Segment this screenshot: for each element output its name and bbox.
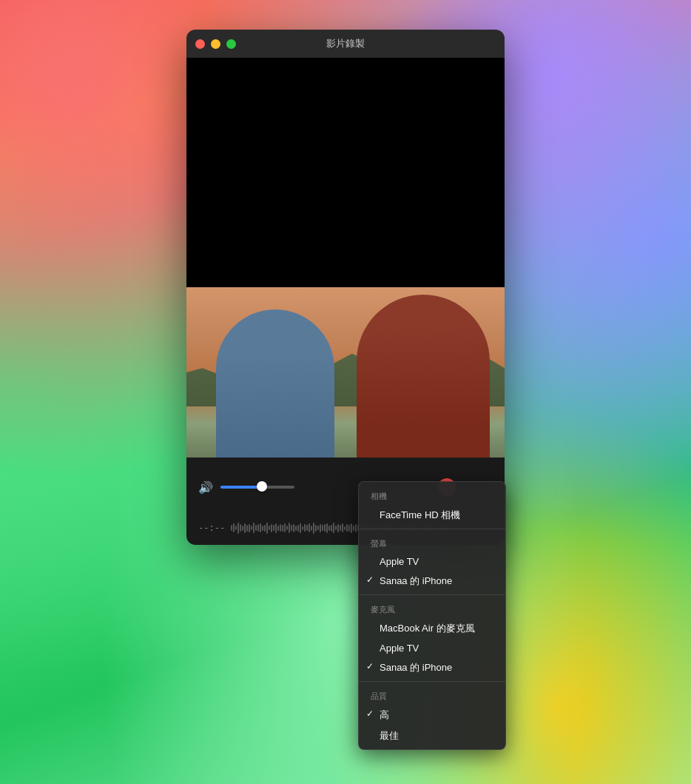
window-title: 影片錄製 (326, 37, 365, 50)
quicktime-window: 影片錄製 🔊 --:-- (186, 30, 505, 545)
menu-item-sanaa-iphone-screen[interactable]: Sanaa 的 iPhone (359, 571, 505, 592)
titlebar: 影片錄製 (186, 30, 505, 58)
mic-section-header: 麥克風 (359, 598, 505, 618)
video-black-area (186, 58, 505, 287)
volume-fill (220, 486, 261, 489)
time-display: --:-- (198, 523, 225, 533)
volume-slider[interactable] (220, 486, 294, 489)
camera-section-header: 相機 (359, 485, 505, 505)
maximize-button[interactable] (226, 39, 236, 49)
volume-knob[interactable] (257, 481, 267, 492)
divider-1 (359, 529, 505, 529)
menu-item-macbook-mic[interactable]: MacBook Air 的麥克風 (359, 618, 505, 639)
menu-item-apple-tv-screen[interactable]: Apple TV (359, 552, 505, 571)
close-button[interactable] (195, 39, 205, 49)
menu-item-quality-high[interactable]: 高 (359, 705, 505, 726)
volume-icon: 🔊 (198, 480, 213, 495)
divider-2 (359, 594, 505, 595)
video-photo-area (186, 287, 505, 458)
divider-3 (359, 681, 505, 682)
menu-item-apple-tv-mic[interactable]: Apple TV (359, 639, 505, 657)
menu-item-sanaa-iphone-mic[interactable]: Sanaa 的 iPhone (359, 657, 505, 678)
quality-section-header: 品質 (359, 685, 505, 705)
screen-section-header: 螢幕 (359, 532, 505, 552)
traffic-lights (195, 39, 236, 49)
minimize-button[interactable] (211, 39, 220, 49)
person-right (357, 295, 490, 458)
menu-item-facetime[interactable]: FaceTime HD 相機 (359, 505, 505, 526)
menu-item-quality-best[interactable]: 最佳 (359, 726, 505, 746)
options-dropdown: 相機 FaceTime HD 相機 螢幕 Apple TV Sanaa 的 iP… (358, 481, 506, 750)
person-left (216, 309, 334, 458)
